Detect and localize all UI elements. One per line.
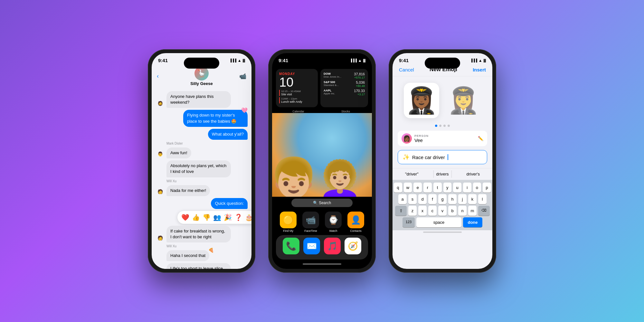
message-wrap: Haha I second that 🍕	[166, 250, 209, 261]
tapback-party[interactable]: 🎉	[224, 213, 232, 221]
watch-icon: ⌚	[325, 212, 342, 228]
watch-label: Watch	[329, 229, 337, 232]
key-h[interactable]: h	[448, 194, 457, 204]
message-row: 🧑 Life's too short to leave slice behind	[156, 263, 248, 269]
key-j[interactable]: j	[458, 194, 467, 204]
emoji-search-bar[interactable]: ✨ Race car driver	[398, 150, 487, 164]
home-bar-3	[423, 232, 462, 233]
key-g[interactable]: g	[438, 194, 447, 204]
text-cursor	[448, 154, 448, 160]
stock-row-aapl: AAPL Apple Inc. 170.33 +3.17	[324, 89, 365, 96]
dot-2	[439, 125, 441, 127]
key-s[interactable]: s	[408, 194, 417, 204]
person-selector[interactable]: 👩🏾 PERSON Vee ✏️	[398, 131, 487, 146]
emoji-option-1[interactable]: 👩🏾‍✈️	[404, 83, 439, 118]
key-a[interactable]: a	[398, 194, 407, 204]
facetime-icon: 📹	[302, 212, 319, 228]
key-p[interactable]: p	[483, 183, 491, 193]
key-y[interactable]: y	[443, 183, 452, 193]
done-key[interactable]: done	[463, 217, 482, 227]
signal-icon: ▐▐▐	[230, 59, 236, 62]
key-l[interactable]: l	[478, 194, 487, 204]
widgets-row: MONDAY 10 10:15 – 10:45AM Site visit 11A…	[272, 66, 372, 110]
status-icons-3: ▐▐▐ ▲ ▓	[470, 58, 486, 63]
tapback-thumbsdown[interactable]: 👎	[203, 213, 211, 221]
key-c[interactable]: c	[428, 206, 437, 216]
keyboard-row-1: q w e r t y u i o p	[394, 183, 491, 193]
tapback-bar[interactable]: ❤️ 👍 👎 👥 🎉 ❓ 🎂	[177, 211, 251, 224]
phone-messages: 9:41 ▐▐▐ ▲ ▓ ‹ 🪿 Silly Geese 📹 🧔 Anyone …	[148, 49, 255, 273]
key-u[interactable]: u	[453, 183, 461, 193]
sender-name: Will Xu	[166, 244, 248, 248]
emoji-search-text: Race car driver	[412, 155, 445, 160]
back-button[interactable]: ‹	[157, 73, 159, 80]
tapback-person[interactable]: 👥	[213, 213, 221, 221]
cancel-button[interactable]: Cancel	[399, 67, 414, 72]
key-d[interactable]: d	[418, 194, 427, 204]
avatar: 🧑	[156, 187, 165, 196]
key-x[interactable]: x	[418, 206, 427, 216]
stocks-widget[interactable]: DOW Dow Jones In... 37,816 +570.17 S&P 5…	[320, 69, 368, 107]
dock-safari[interactable]: 🧭	[344, 238, 362, 254]
message-bubble: If cake for breakfast is wrong, I don't …	[166, 226, 231, 242]
numbers-key[interactable]: 123	[402, 217, 415, 227]
edit-icon[interactable]: ✏️	[478, 136, 483, 141]
key-n[interactable]: n	[458, 206, 467, 216]
insert-button[interactable]: Insert	[473, 67, 486, 72]
reaction-emoji: 🍕	[208, 248, 214, 253]
message-bubble: Haha I second that	[166, 250, 209, 261]
tapback-question[interactable]: ❓	[234, 213, 242, 221]
dock-phone[interactable]: 📞	[282, 238, 300, 254]
keyboard-row-2: a s d f g h j k l	[394, 194, 491, 204]
key-k[interactable]: k	[468, 194, 477, 204]
key-t[interactable]: t	[433, 183, 442, 193]
phone-homescreen: 9:41 ▐▐▐ ▲ ▓ MONDAY 10 10:15 – 10:45AM S…	[268, 49, 376, 273]
wifi-icon: ▲	[238, 58, 242, 63]
dock-mail[interactable]: ✉️	[303, 238, 320, 254]
dock-music[interactable]: 🎵	[324, 238, 341, 254]
key-w[interactable]: w	[404, 183, 412, 193]
key-f[interactable]: f	[428, 194, 437, 204]
message-row: 🧑 If cake for breakfast is wrong, I don'…	[156, 226, 248, 242]
autocomplete-2[interactable]: drivers	[433, 170, 452, 178]
shift-key[interactable]: ⇧	[395, 206, 407, 216]
tapback-area: ❤️ 👍 👎 👥 🎉 ❓ 🎂 +	[166, 211, 248, 224]
key-q[interactable]: q	[394, 183, 402, 193]
battery-icon-2: ▓	[363, 59, 365, 62]
key-b[interactable]: b	[448, 206, 457, 216]
portrait-figures: 👦🏼 👩🏼‍🦱	[272, 113, 365, 197]
key-r[interactable]: r	[423, 183, 432, 193]
dynamic-island-3	[425, 58, 460, 69]
keyboard-row-4: 123 space done	[394, 217, 491, 227]
tapback-thumbsup[interactable]: 👍	[192, 213, 200, 221]
app-contacts[interactable]: 👤 Contacts	[346, 212, 365, 232]
key-o[interactable]: o	[473, 183, 481, 193]
app-watch[interactable]: ⌚ Watch	[324, 212, 343, 232]
message-row: Haha I second that 🍕	[156, 250, 248, 261]
message-bubble: Flying down to my sister's place to see …	[183, 110, 248, 127]
autocomplete-1[interactable]: "driver"	[402, 170, 421, 178]
tapback-heart[interactable]: ❤️	[181, 213, 189, 221]
reaction-heart: 🩷	[241, 107, 248, 113]
video-call-button[interactable]: 📹	[239, 73, 246, 80]
autocomplete-3[interactable]: driver's	[464, 170, 483, 178]
home-indicator-2	[272, 262, 372, 266]
tapback-cake[interactable]: 🎂	[245, 213, 251, 221]
key-i[interactable]: i	[463, 183, 471, 193]
emoji-option-2[interactable]: 👩‍✈️	[446, 83, 481, 118]
space-key[interactable]: space	[416, 217, 461, 227]
app-find-my[interactable]: 🟡 Find My	[279, 212, 298, 232]
key-m[interactable]: m	[468, 206, 477, 216]
group-name: Silly Geese	[190, 81, 213, 86]
calendar-widget[interactable]: MONDAY 10 10:15 – 10:45AM Site visit 11A…	[276, 69, 318, 107]
find-my-icon: 🟡	[280, 212, 297, 228]
key-z[interactable]: z	[408, 206, 417, 216]
key-e[interactable]: e	[413, 183, 422, 193]
keyboard: q w e r t y u i o p a s d f g h j k	[393, 180, 492, 230]
spotlight-search[interactable]: 🔍 Search	[291, 199, 353, 207]
key-v[interactable]: v	[438, 206, 447, 216]
dock: 📞 ✉️ 🎵 🧭	[276, 235, 368, 260]
app-facetime[interactable]: 📹 FaceTime	[301, 212, 320, 232]
message-bubble: Aww fun!	[166, 147, 191, 158]
delete-key[interactable]: ⌫	[478, 206, 490, 216]
